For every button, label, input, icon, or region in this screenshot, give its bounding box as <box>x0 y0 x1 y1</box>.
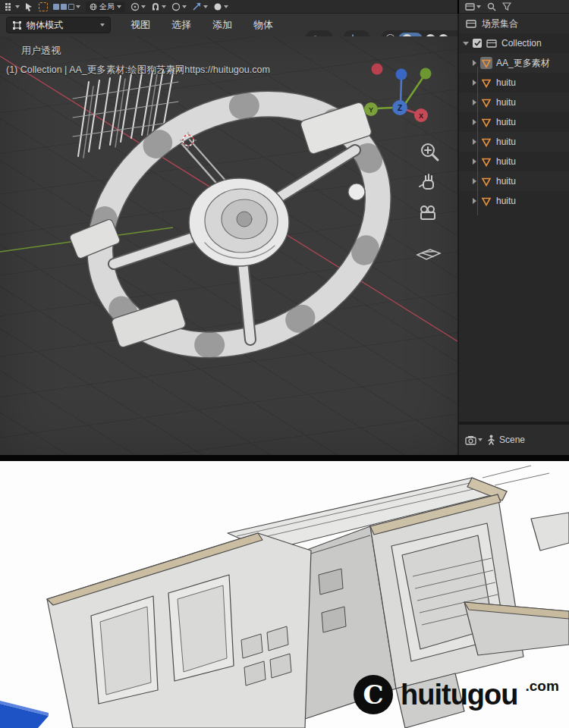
chevron-down-icon <box>203 5 208 8</box>
scene-breadcrumb[interactable]: Scene <box>487 435 525 445</box>
pan-hand-icon[interactable] <box>420 174 433 189</box>
outliner-label: huitu <box>496 117 516 127</box>
chevron-down-icon <box>478 438 483 441</box>
zoom-icon[interactable] <box>422 144 438 160</box>
menu-view[interactable]: 视图 <box>130 18 150 32</box>
viewport-3d[interactable]: Y Z X <box>0 36 457 455</box>
outliner-display-mode-dropdown[interactable] <box>465 2 481 11</box>
outliner-panel[interactable]: 场景集合 Collection AA_更多素材 huitu <box>457 14 569 422</box>
outliner-label: 场景集合 <box>482 17 518 30</box>
outliner-label: huitu <box>496 196 516 206</box>
mesh-icon <box>480 195 492 207</box>
mesh-icon <box>480 136 492 148</box>
outliner-row-object[interactable]: huitu <box>459 132 569 152</box>
camera-icon[interactable] <box>421 206 435 219</box>
disclosure-right-icon[interactable] <box>473 99 476 105</box>
chevron-down-icon <box>141 5 146 8</box>
proportional-edit-icon[interactable] <box>171 2 187 11</box>
outliner-row-object[interactable]: huitu <box>459 93 569 112</box>
watermark-logo: C huitugou .com <box>354 675 559 714</box>
outliner-label: Collection <box>501 38 542 49</box>
render-icon <box>465 435 476 445</box>
outliner-row-object[interactable]: huitu <box>459 112 569 132</box>
chevron-down-icon <box>182 5 187 8</box>
snap-magnet-icon[interactable] <box>151 2 166 11</box>
disclosure-right-icon[interactable] <box>473 158 476 165</box>
brand-tld: .com <box>525 678 558 695</box>
orientation-label: 全局 <box>99 2 115 12</box>
scene-label: Scene <box>499 435 525 445</box>
outliner-label: huitu <box>496 156 516 167</box>
collection-checkbox[interactable] <box>473 39 482 48</box>
mode-selector[interactable]: 物体模式 <box>6 17 111 33</box>
gizmo-ball-red[interactable] <box>372 64 383 75</box>
disclosure-right-icon[interactable] <box>473 80 476 86</box>
editor-type-icon[interactable] <box>5 2 20 11</box>
pivot-point-icon[interactable] <box>130 2 146 11</box>
outliner-row-collection[interactable]: Collection <box>459 33 569 53</box>
disclosure-right-icon[interactable] <box>473 119 476 125</box>
filter-funnel-icon[interactable] <box>502 2 511 11</box>
mesh-icon <box>480 57 492 69</box>
outliner-label: AA_更多素材 <box>496 57 550 70</box>
shading-mode-group[interactable] <box>381 30 457 36</box>
disclosure-right-icon[interactable] <box>473 198 476 204</box>
disclosure-right-icon[interactable] <box>473 178 476 184</box>
blue-corner-shape <box>0 701 49 728</box>
properties-tab-dropdown[interactable] <box>465 435 483 445</box>
outliner-label: huitu <box>496 77 516 88</box>
outliner-row-object[interactable]: huitu <box>459 73 569 93</box>
outliner-label: huitu <box>496 136 516 147</box>
gizmo-ball-blue[interactable] <box>396 69 407 80</box>
search-icon[interactable] <box>487 2 496 11</box>
viewport-shading-top-icon[interactable] <box>213 2 228 11</box>
properties-header: Scene <box>457 425 569 455</box>
disclosure-right-icon[interactable] <box>473 139 476 145</box>
outliner-row-object[interactable]: huitu <box>459 171 569 191</box>
disclosure-down-icon[interactable] <box>463 42 469 46</box>
blender-window: 全局 <box>0 0 569 728</box>
active-object-status: (1) Collection | AA_更多素材:绘图狗艺素网https://h… <box>6 64 270 77</box>
transform-gizmo-blue-icon[interactable] <box>192 2 208 11</box>
mesh-icon <box>480 96 492 108</box>
chevron-down-icon <box>162 5 166 8</box>
outliner-label: huitu <box>496 176 516 187</box>
mesh-icon <box>480 116 492 128</box>
chevron-down-icon <box>117 5 121 8</box>
menu-select[interactable]: 选择 <box>171 18 191 32</box>
chevron-down-icon <box>100 24 105 27</box>
disclosure-right-icon[interactable] <box>473 60 476 66</box>
scene-collection-icon <box>465 17 477 30</box>
menu-object[interactable]: 物体 <box>253 18 273 32</box>
mode-label: 物体模式 <box>27 19 96 32</box>
space-station-model <box>40 39 438 410</box>
orientation-globe-icon <box>90 3 97 11</box>
marquee-select-icon[interactable] <box>39 2 48 11</box>
brand-initial: C <box>363 679 383 710</box>
transform-orientation-dropdown[interactable]: 全局 <box>86 2 125 12</box>
view-perspective-label: 用户透视 <box>21 44 61 58</box>
gizmo-y-label: Y <box>369 106 373 114</box>
gizmo-ball-green[interactable] <box>420 68 432 80</box>
brand-name: huitugou <box>401 679 517 711</box>
overlays-toggle[interactable] <box>305 30 333 36</box>
chevron-down-icon <box>476 5 481 8</box>
floor-grid-icon[interactable] <box>417 249 440 259</box>
navigation-gizmo[interactable]: Y Z X <box>364 64 432 123</box>
brand-logo-icon: C <box>354 675 393 714</box>
outliner-header <box>459 0 569 14</box>
cursor-tool-icon[interactable] <box>25 2 33 11</box>
mesh-icon <box>480 175 492 187</box>
outliner-row-object[interactable]: AA_更多素材 <box>459 53 569 73</box>
outliner-label: huitu <box>496 97 516 108</box>
mode-toggle-icons[interactable] <box>53 4 80 10</box>
gizmo-z-label: Z <box>398 104 402 112</box>
outliner-row-object[interactable]: huitu <box>459 191 569 211</box>
outliner-row-object[interactable]: huitu <box>459 152 569 171</box>
image-divider <box>0 455 569 461</box>
outliner-row-scene-collection[interactable]: 场景集合 <box>459 14 569 33</box>
menu-add[interactable]: 添加 <box>212 18 232 32</box>
viewport-menus: 视图 选择 添加 物体 <box>130 18 273 32</box>
gizmo-x-label: X <box>419 112 423 120</box>
gizmos-toggle[interactable] <box>343 30 370 36</box>
